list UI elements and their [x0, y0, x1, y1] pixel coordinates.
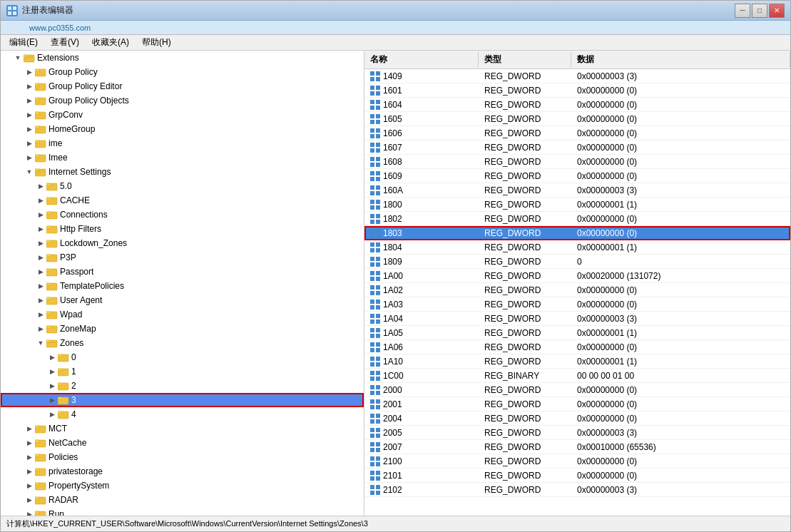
minimize-button[interactable]: ─	[735, 4, 750, 18]
table-row[interactable]: 1608 REG_DWORD 0x00000000 (0)	[364, 155, 790, 169]
tree-item-p3p[interactable]: ▶ P3P	[1, 250, 364, 265]
tree-item-wpad[interactable]: ▶ Wpad	[1, 307, 364, 322]
expander[interactable]: ▶	[24, 66, 35, 78]
table-row[interactable]: 1800 REG_DWORD 0x00000001 (1)	[364, 198, 790, 212]
tree-item-extensions[interactable]: ▼ Extensions	[1, 51, 364, 65]
expander[interactable]: ▶	[46, 380, 58, 392]
tree-item-connections[interactable]: ▶ Connections	[1, 208, 364, 222]
tree-item-lockdown_zones[interactable]: ▶ Lockdown_Zones	[1, 236, 364, 250]
tree-item-propertysystem[interactable]: ▶ PropertySystem	[1, 479, 364, 493]
table-row[interactable]: 1803 REG_DWORD 0x00000000 (0)	[364, 226, 790, 240]
menu-help[interactable]: 帮助(H)	[136, 35, 177, 50]
table-row[interactable]: 2004 REG_DWORD 0x00000000 (0)	[364, 411, 790, 426]
expander[interactable]: ▶	[24, 480, 35, 491]
expander[interactable]: ▶	[24, 494, 35, 506]
tree-item-user-agent[interactable]: ▶ User Agent	[1, 293, 364, 307]
tree-item-zonemap[interactable]: ▶ ZoneMap	[1, 322, 364, 336]
expander[interactable]: ▶	[24, 123, 35, 135]
table-row[interactable]: 2101 REG_DWORD 0x00000000 (0)	[364, 469, 790, 483]
tree-panel[interactable]: ▼ Extensions▶ Group Policy▶ Group Policy…	[1, 51, 364, 516]
tree-item-5.0[interactable]: ▶ 5.0	[1, 179, 364, 193]
expander[interactable]: ▶	[35, 195, 46, 206]
close-button[interactable]: ✕	[769, 4, 785, 18]
tree-item-group-policy-editor[interactable]: ▶ Group Policy Editor	[1, 79, 364, 93]
tree-item-grpconv[interactable]: ▶ GrpConv	[1, 108, 364, 122]
table-row[interactable]: 2102 REG_DWORD 0x00000003 (3)	[364, 483, 790, 497]
table-row[interactable]: 1A02 REG_DWORD 0x00000000 (0)	[364, 283, 790, 297]
table-row[interactable]: 1A10 REG_DWORD 0x00000001 (1)	[364, 354, 790, 369]
expander[interactable]: ▶	[46, 352, 58, 363]
menu-view[interactable]: 查看(V)	[45, 35, 85, 50]
table-row[interactable]: 2001 REG_DWORD 0x00000000 (0)	[364, 397, 790, 411]
tree-item-templatepolicies[interactable]: ▶ TemplatePolicies	[1, 279, 364, 293]
table-row[interactable]: 2007 REG_DWORD 0x00010000 (65536)	[364, 440, 790, 454]
table-row[interactable]: 1606 REG_DWORD 0x00000000 (0)	[364, 126, 790, 140]
tree-item-radar[interactable]: ▶ RADAR	[1, 493, 364, 507]
tree-item-internet-settings[interactable]: ▼ Internet Settings	[1, 165, 364, 179]
table-row[interactable]: 1607 REG_DWORD 0x00000000 (0)	[364, 140, 790, 155]
menu-edit[interactable]: 编辑(E)	[4, 35, 44, 50]
table-row[interactable]: 160A REG_DWORD 0x00000003 (3)	[364, 183, 790, 198]
expander[interactable]: ▶	[35, 237, 46, 249]
tree-item-2[interactable]: ▶ 2	[1, 379, 364, 393]
expander[interactable]: ▶	[46, 394, 58, 406]
table-row[interactable]: 1A06 REG_DWORD 0x00000000 (0)	[364, 340, 790, 354]
tree-item-homegroup[interactable]: ▶ HomeGroup	[1, 122, 364, 136]
expander[interactable]: ▶	[46, 366, 58, 377]
tree-item-imee[interactable]: ▶ Imee	[1, 150, 364, 165]
expander[interactable]: ▶	[35, 209, 46, 220]
table-row[interactable]: 1C00 REG_BINARY 00 00 00 01 00	[364, 369, 790, 383]
table-row[interactable]: 1601 REG_DWORD 0x00000000 (0)	[364, 83, 790, 98]
maximize-button[interactable]: □	[752, 4, 767, 18]
expander[interactable]: ▶	[24, 109, 35, 121]
expander[interactable]: ▶	[35, 223, 46, 235]
tree-item-group-policy[interactable]: ▶ Group Policy	[1, 65, 364, 79]
table-row[interactable]: 1605 REG_DWORD 0x00000000 (0)	[364, 112, 790, 126]
expander[interactable]: ▶	[35, 280, 46, 292]
tree-item-passport[interactable]: ▶ Passport	[1, 265, 364, 279]
menu-favorites[interactable]: 收藏夹(A)	[86, 35, 135, 50]
expander[interactable]: ▶	[24, 508, 35, 516]
expander[interactable]: ▶	[46, 409, 58, 420]
tree-item-mct[interactable]: ▶ MCT	[1, 421, 364, 436]
expander[interactable]: ▼	[35, 337, 46, 349]
tree-item-privatestorage[interactable]: ▶ privatestorage	[1, 464, 364, 479]
registry-table[interactable]: 名称 类型 数据 1409 REG_DWORD 0x00000003 (3) 1…	[364, 51, 790, 516]
tree-item-zones[interactable]: ▼ Zones	[1, 336, 364, 350]
tree-item-policies[interactable]: ▶ Policies	[1, 450, 364, 464]
expander[interactable]: ▶	[24, 466, 35, 477]
expander[interactable]: ▶	[24, 423, 35, 434]
table-row[interactable]: 1802 REG_DWORD 0x00000000 (0)	[364, 212, 790, 226]
table-row[interactable]: 1A00 REG_DWORD 0x00020000 (131072)	[364, 269, 790, 283]
expander[interactable]: ▶	[35, 252, 46, 263]
expander[interactable]: ▶	[35, 295, 46, 306]
tree-item-cache[interactable]: ▶ CACHE	[1, 193, 364, 208]
expander[interactable]: ▶	[35, 323, 46, 334]
expander[interactable]: ▼	[24, 166, 35, 178]
expander[interactable]: ▶	[24, 95, 35, 106]
table-row[interactable]: 1409 REG_DWORD 0x00000003 (3)	[364, 69, 790, 83]
expander[interactable]: ▶	[24, 152, 35, 163]
table-row[interactable]: 2100 REG_DWORD 0x00000000 (0)	[364, 454, 790, 469]
expander[interactable]: ▼	[12, 52, 24, 63]
tree-item-http-filters[interactable]: ▶ Http Filters	[1, 222, 364, 236]
table-row[interactable]: 1604 REG_DWORD 0x00000000 (0)	[364, 98, 790, 112]
table-row[interactable]: 1A04 REG_DWORD 0x00000003 (3)	[364, 312, 790, 326]
tree-item-0[interactable]: ▶ 0	[1, 350, 364, 364]
table-row[interactable]: 1609 REG_DWORD 0x00000000 (0)	[364, 169, 790, 183]
table-row[interactable]: 1A03 REG_DWORD 0x00000000 (0)	[364, 297, 790, 312]
table-row[interactable]: 1804 REG_DWORD 0x00000001 (1)	[364, 240, 790, 255]
tree-item-run[interactable]: ▶ Run	[1, 507, 364, 516]
expander[interactable]: ▶	[24, 138, 35, 149]
table-row[interactable]: 1809 REG_DWORD 0	[364, 255, 790, 269]
tree-item-ime[interactable]: ▶ ime	[1, 136, 364, 150]
tree-item-1[interactable]: ▶ 1	[1, 364, 364, 379]
expander[interactable]: ▶	[24, 437, 35, 449]
expander[interactable]: ▶	[35, 266, 46, 277]
tree-item-3[interactable]: ▶ 3	[1, 393, 364, 407]
expander[interactable]: ▶	[24, 81, 35, 92]
tree-item-4[interactable]: ▶ 4	[1, 407, 364, 421]
tree-item-group-policy-objects[interactable]: ▶ Group Policy Objects	[1, 93, 364, 108]
table-row[interactable]: 1A05 REG_DWORD 0x00000001 (1)	[364, 326, 790, 340]
table-row[interactable]: 2000 REG_DWORD 0x00000000 (0)	[364, 383, 790, 397]
